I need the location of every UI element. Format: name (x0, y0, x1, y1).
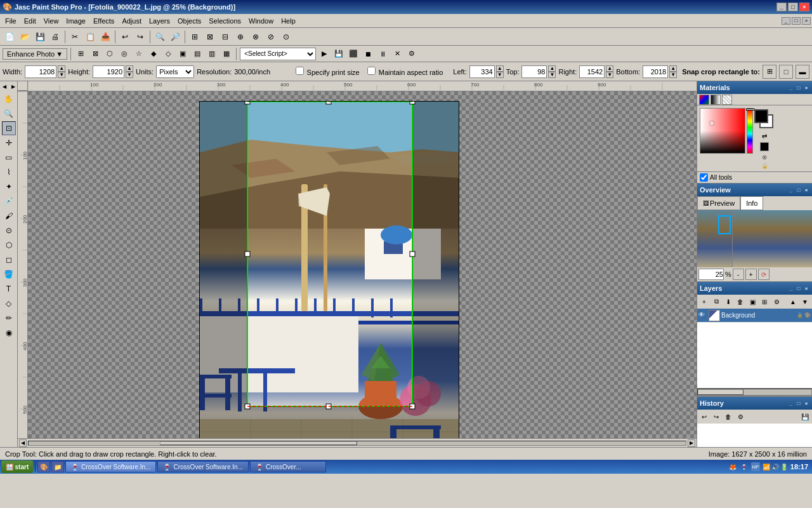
fg-color-swatch[interactable] (754, 109, 768, 123)
menu-effects[interactable]: Effects (89, 16, 118, 26)
tb2-icon9[interactable]: ▤ (191, 48, 204, 60)
node-tool[interactable]: ◉ (2, 326, 16, 340)
tb2-icon11[interactable]: ▦ (220, 48, 233, 60)
cut-button[interactable]: ✂ (68, 30, 82, 44)
new-button[interactable]: 📄 (3, 30, 16, 44)
tb2-icon4[interactable]: ◎ (118, 48, 131, 60)
top-input[interactable] (521, 65, 547, 78)
right-input[interactable] (579, 65, 605, 78)
menu-image[interactable]: Image (62, 16, 89, 26)
h-scroll-right-btn[interactable]: ▶ (688, 439, 695, 447)
paste-layer-btn[interactable]: ⬇ (723, 296, 734, 307)
width-up-btn[interactable]: ▲ (58, 65, 65, 72)
toolbox-right-arrow[interactable]: ▶ (10, 83, 17, 90)
top-down-btn[interactable]: ▼ (548, 72, 556, 78)
units-select[interactable]: Pixels (156, 65, 194, 78)
paste-button[interactable]: 📥 (98, 30, 112, 44)
save-script-btn[interactable]: 💾 (332, 48, 345, 60)
overview-float-btn[interactable]: _ (788, 187, 794, 193)
run-script-btn[interactable]: ▶ (318, 48, 331, 60)
layers-hscroll[interactable] (697, 388, 812, 396)
right-down-btn[interactable]: ▼ (606, 72, 613, 78)
tb2-icon7[interactable]: ◇ (162, 48, 174, 60)
stop-btn[interactable]: ⏹ (362, 48, 374, 60)
undo-history-btn[interactable]: ↩ (698, 411, 710, 422)
zoom-in-btn[interactable]: + (745, 269, 757, 280)
layers-hscroll-thumb[interactable] (698, 389, 743, 395)
menu-window[interactable]: Window (245, 16, 277, 26)
color-hue-bar[interactable] (747, 108, 753, 154)
tool3-button[interactable]: ⊟ (218, 30, 232, 44)
left-down-btn[interactable]: ▼ (496, 72, 504, 78)
materials-close-btn[interactable]: × (803, 84, 809, 91)
snap-btn2[interactable]: □ (779, 65, 793, 79)
menu-edit[interactable]: Edit (20, 16, 40, 26)
enhance-photo-button[interactable]: Enhance Photo ▼ (3, 48, 67, 60)
bottom-up-btn[interactable]: ▲ (669, 65, 677, 72)
cancel-script-btn[interactable]: ✕ (391, 48, 403, 60)
undo-button[interactable]: ↩ (118, 30, 132, 44)
snap-btn3[interactable]: ▬ (796, 65, 809, 79)
toolbox-left-arrow[interactable]: ◀ (1, 83, 8, 90)
zoom-in-button[interactable]: 🔍 (153, 30, 167, 44)
history-close-btn[interactable]: × (803, 400, 809, 406)
tb2-icon10[interactable]: ▥ (206, 48, 218, 60)
maintain-aspect-checkbox[interactable] (367, 67, 376, 75)
h-scroll-thumb[interactable] (160, 441, 357, 445)
tool6-button[interactable]: ⊘ (264, 30, 278, 44)
preview-tab[interactable]: 🖼 Preview (697, 196, 740, 210)
layer-scroll-down-btn[interactable]: ▼ (799, 296, 811, 307)
shapes-tool[interactable]: ◇ (2, 297, 16, 311)
app-close-button[interactable]: × (802, 17, 811, 25)
overview-max-btn[interactable]: □ (796, 187, 802, 193)
transparent-btn[interactable]: ⊗ (762, 154, 767, 161)
erase-tool[interactable]: ◻ (2, 253, 16, 267)
top-up-btn[interactable]: ▲ (548, 65, 556, 72)
h-scroll-track[interactable] (28, 441, 686, 446)
firefox-icon[interactable]: 🦊 (728, 462, 737, 471)
menu-layers[interactable]: Layers (145, 16, 174, 26)
menu-file[interactable]: File (1, 16, 20, 26)
app-minimize-button[interactable]: _ (782, 17, 790, 25)
width-input[interactable] (25, 65, 56, 78)
color-gradient-picker[interactable] (700, 108, 745, 154)
snap-btn1[interactable]: ⊞ (763, 65, 776, 79)
zoom-out-btn[interactable]: - (733, 269, 744, 280)
taskbar-icon-1[interactable]: 🎨 (37, 461, 50, 472)
tb2-icon8[interactable]: ▣ (176, 48, 189, 60)
group-layer-btn[interactable]: ▣ (747, 296, 758, 307)
clone-tool[interactable]: ⊙ (2, 224, 16, 237)
tb2-icon1[interactable]: ⊞ (74, 48, 87, 60)
script-settings-btn[interactable]: ⚙ (405, 48, 418, 60)
crop-tool[interactable]: ⊡ (2, 121, 16, 135)
height-up-btn[interactable]: ▲ (126, 65, 133, 72)
merge-layer-btn[interactable]: ⊞ (759, 296, 770, 307)
right-up-btn[interactable]: ▲ (606, 65, 613, 72)
print-button[interactable]: 🖨 (48, 30, 62, 44)
layers-float-btn[interactable]: _ (788, 285, 794, 291)
pause-btn[interactable]: ⏸ (376, 48, 389, 60)
layer-scroll-up-btn[interactable]: ▲ (787, 296, 799, 307)
menu-view[interactable]: View (40, 16, 63, 26)
tb2-icon2[interactable]: ⊠ (89, 48, 102, 60)
taskbar-item-crossover3[interactable]: 🍷 CrossOver... (250, 461, 326, 472)
swap-colors-btn[interactable]: ⇄ (762, 133, 767, 140)
copy-button[interactable]: 📋 (83, 30, 97, 44)
tool4-button[interactable]: ⊕ (233, 30, 247, 44)
menu-selections[interactable]: Selections (205, 16, 245, 26)
zoom-input[interactable] (698, 269, 724, 280)
bottom-input[interactable] (643, 65, 668, 78)
tool1-button[interactable]: ⊞ (188, 30, 202, 44)
height-input[interactable] (93, 65, 124, 78)
height-down-btn[interactable]: ▼ (126, 72, 133, 78)
move-tool[interactable]: ✛ (2, 136, 16, 150)
history-float-btn[interactable]: _ (788, 400, 794, 406)
flood-fill-tool[interactable]: 🪣 (2, 267, 16, 281)
layers-close-btn[interactable]: × (803, 285, 809, 291)
pen-tool[interactable]: ✏ (2, 311, 16, 325)
tb2-icon6[interactable]: ◆ (147, 48, 160, 60)
retouch-tool[interactable]: ⬡ (2, 238, 16, 252)
selection-rect-tool[interactable]: ▭ (2, 150, 16, 164)
h-scroll-left-btn[interactable]: ◀ (19, 439, 27, 447)
redo-button[interactable]: ↪ (133, 30, 147, 44)
